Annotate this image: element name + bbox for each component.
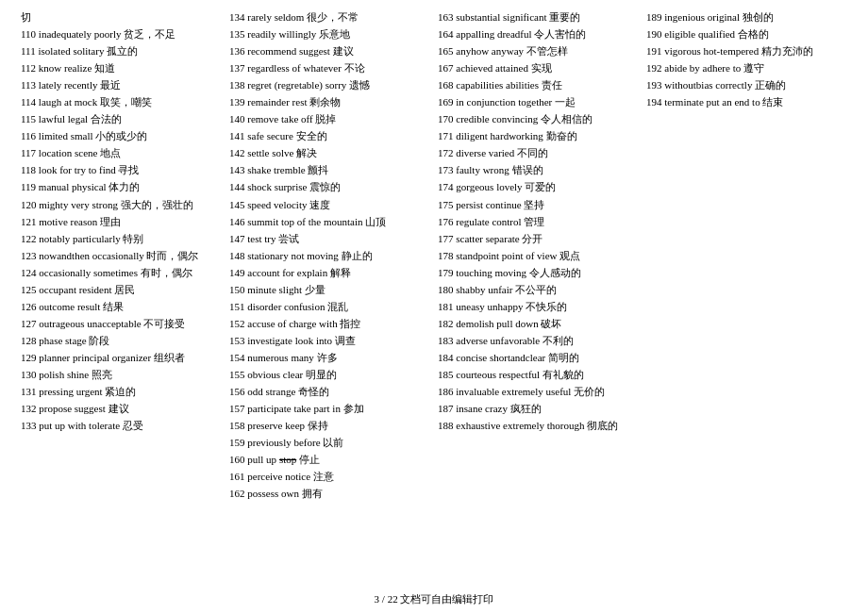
list-item: 182 demolish pull down 破坏 [438,316,639,332]
entry-text: 139 remainder rest 剩余物 [229,96,341,108]
list-item: 139 remainder rest 剩余物 [229,94,430,110]
entry-text: 121 motive reason 理由 [21,216,121,227]
list-item: 113 lately recently 最近 [21,77,222,93]
list-item: 138 regret (regretable) sorry 遗憾 [229,77,430,93]
list-item: 186 invaluable extremely useful 无价的 [438,384,639,400]
entry-text: 128 phase stage 阶段 [21,335,109,346]
entry-text: 169 in conjunction together 一起 [438,96,576,108]
entry-text: 123 nowandthen occasionally 时而，偶尔 [21,250,199,261]
list-item: 148 stationary not moving 静止的 [229,248,430,264]
entry-text: 153 investigate look into 调查 [229,335,356,346]
entry-text: 136 recommend suggest 建议 [229,45,354,57]
entry-text: 159 previously before 以前 [229,437,343,448]
entry-text: 122 notably particularly 特别 [21,233,143,244]
list-item: 130 polish shine 照亮 [21,367,222,383]
list-item: 165 anyhow anyway 不管怎样 [438,43,639,59]
entry-text: 149 account for explain 解释 [229,267,351,278]
list-item: 142 settle solve 解决 [229,145,430,161]
entry-text: 189 ingenious original 独创的 [646,11,774,23]
entry-text: 137 regardless of whatever 不论 [229,62,365,74]
list-item: 118 look for try to find 寻找 [21,162,222,178]
list-item: 193 withoutbias correctly 正确的 [646,77,847,93]
list-item: 158 preserve keep 保持 [229,418,430,434]
list-item: 144 shock surprise 震惊的 [229,179,430,195]
list-item: 175 persist continue 坚持 [438,197,639,213]
entry-text: 112 know realize 知道 [21,62,115,74]
entry-text: 161 perceive notice 注意 [229,471,334,482]
list-item: 161 perceive notice 注意 [229,469,430,485]
list-item: 159 previously before 以前 [229,435,430,451]
list-item: 191 vigorous hot-tempered 精力充沛的 [646,43,847,59]
list-item: 177 scatter separate 分开 [438,231,639,247]
entry-text: 119 manual physical 体力的 [21,181,140,192]
list-item: 151 disorder confusion 混乱 [229,299,430,315]
entry-text: 130 polish shine 照亮 [21,369,112,380]
list-item: 126 outcome result 结果 [21,299,222,315]
entry-text: 160 pull up stop 停止 [229,454,320,465]
list-item: 146 summit top of the mountain 山顶 [229,214,430,230]
entry-text: 181 uneasy unhappy 不快乐的 [438,301,567,312]
list-item: 116 limited small 小的或少的 [21,128,222,144]
entry-text: 154 numerous many 许多 [229,352,338,363]
entry-text: 186 invaluable extremely useful 无价的 [438,386,605,397]
list-item: 180 shabby unfair 不公平的 [438,282,639,298]
list-item: 183 adverse unfavorable 不利的 [438,333,639,349]
list-item: 149 account for explain 解释 [229,265,430,281]
column-1: 切110 inadequately poorly 贫乏，不足111 isolat… [17,9,225,503]
list-item: 162 possess own 拥有 [229,486,430,502]
list-item: 174 gorgeous lovely 可爱的 [438,179,639,195]
entry-text: 183 adverse unfavorable 不利的 [438,335,574,346]
list-item: 150 minute slight 少量 [229,282,430,298]
entry-text: 173 faulty wrong 错误的 [438,164,543,175]
entry-text: 134 rarely seldom 很少，不常 [229,11,359,23]
list-item: 135 readily willingly 乐意地 [229,26,430,42]
entry-text: 114 laugh at mock 取笑，嘲笑 [21,96,152,108]
list-item: 145 speed velocity 速度 [229,197,430,213]
list-item: 121 motive reason 理由 [21,214,222,230]
list-item: 179 touching moving 令人感动的 [438,265,639,281]
list-item: 170 credible convincing 令人相信的 [438,111,639,127]
column-2: 134 rarely seldom 很少，不常135 readily willi… [225,9,434,503]
list-item: 117 location scene 地点 [21,145,222,161]
list-item: 171 diligent hardworking 勤奋的 [438,128,639,144]
footer: 3 / 22 文档可自由编辑打印 [0,592,868,606]
list-item: 128 phase stage 阶段 [21,333,222,349]
entry-text: 158 preserve keep 保持 [229,420,328,431]
entry-text: 170 credible convincing 令人相信的 [438,113,593,124]
list-item: 127 outrageous unacceptable 不可接受 [21,316,222,332]
list-item: 194 terminate put an end to 结束 [646,94,847,110]
entry-text: 172 diverse varied 不同的 [438,147,548,158]
list-item: 133 put up with tolerate 忍受 [21,418,222,434]
list-item: 156 odd strange 奇怪的 [229,384,430,400]
entry-text: 165 anyhow anyway 不管怎样 [438,45,568,57]
list-item: 147 test try 尝试 [229,231,430,247]
page: 切110 inadequately poorly 贫乏，不足111 isolat… [0,0,868,614]
list-item: 132 propose suggest 建议 [21,401,222,417]
entry-text: 111 isolated solitary 孤立的 [21,45,138,57]
list-item: 173 faulty wrong 错误的 [438,162,639,178]
entry-text: 171 diligent hardworking 勤奋的 [438,130,577,141]
entry-text: 164 appalling dreadful 令人害怕的 [438,28,586,40]
list-item: 115 lawful legal 合法的 [21,111,222,127]
entry-text: 184 concise shortandclear 简明的 [438,352,579,363]
list-item: 189 ingenious original 独创的 [646,9,847,25]
list-item: 122 notably particularly 特别 [21,231,222,247]
entry-text: 144 shock surprise 震惊的 [229,181,341,192]
entry-text: 147 test try 尝试 [229,233,299,244]
list-item: 112 know realize 知道 [21,60,222,76]
entry-text: 168 capabilities abilities 责任 [438,79,562,91]
entry-text: 125 occupant resident 居民 [21,284,135,295]
list-item: 123 nowandthen occasionally 时而，偶尔 [21,248,222,264]
entry-text: 126 outcome result 结果 [21,301,124,312]
list-item: 185 courteous respectful 有礼貌的 [438,367,639,383]
entry-text: 152 accuse of charge with 指控 [229,318,360,329]
list-item: 152 accuse of charge with 指控 [229,316,430,332]
content-columns: 切110 inadequately poorly 贫乏，不足111 isolat… [17,9,851,503]
entry-text: 133 put up with tolerate 忍受 [21,420,143,431]
list-item: 188 exhaustive extremely thorough 彻底的 [438,418,639,434]
list-item: 141 safe secure 安全的 [229,128,430,144]
entry-text: 185 courteous respectful 有礼貌的 [438,369,584,380]
entry-text: 117 location scene 地点 [21,147,121,158]
entry-text: 143 shake tremble 颤抖 [229,164,328,175]
list-item: 176 regulate control 管理 [438,214,639,230]
